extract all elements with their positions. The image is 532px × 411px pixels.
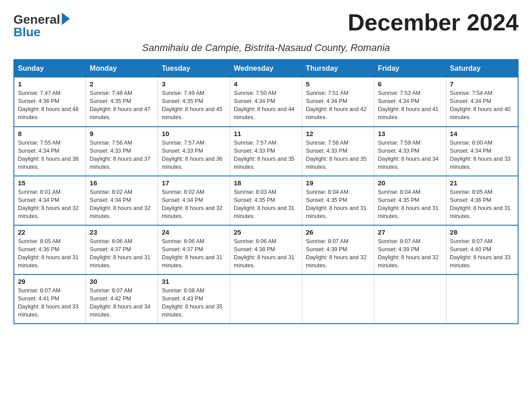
day-number: 29 xyxy=(18,278,82,285)
day-info: Sunrise: 8:06 AMSunset: 4:37 PMDaylight:… xyxy=(162,238,223,269)
day-number: 22 xyxy=(18,228,82,236)
day-number: 9 xyxy=(90,130,154,137)
day-info: Sunrise: 8:06 AMSunset: 4:38 PMDaylight:… xyxy=(234,238,295,269)
calendar-cell: 21 Sunrise: 8:05 AMSunset: 4:36 PMDaylig… xyxy=(446,176,518,225)
calendar-cell: 2 Sunrise: 7:48 AMSunset: 4:35 PMDayligh… xyxy=(86,77,158,127)
day-number: 20 xyxy=(378,179,442,187)
day-number: 3 xyxy=(162,80,226,88)
location-subtitle: Sanmihaiu de Campie, Bistrita-Nasaud Cou… xyxy=(13,42,519,54)
calendar-cell: 9 Sunrise: 7:56 AMSunset: 4:33 PMDayligh… xyxy=(86,127,158,176)
day-info: Sunrise: 8:08 AMSunset: 4:43 PMDaylight:… xyxy=(162,287,223,318)
day-info: Sunrise: 7:53 AMSunset: 4:34 PMDaylight:… xyxy=(378,90,439,120)
logo-arrow-icon xyxy=(62,13,70,25)
header-saturday: Saturday xyxy=(446,60,518,77)
week-row-2: 8 Sunrise: 7:55 AMSunset: 4:34 PMDayligh… xyxy=(14,127,518,176)
calendar-cell: 7 Sunrise: 7:54 AMSunset: 4:34 PMDayligh… xyxy=(446,77,518,127)
calendar-cell: 15 Sunrise: 8:01 AMSunset: 4:34 PMDaylig… xyxy=(14,176,86,225)
page-header: General Blue December 2024 xyxy=(13,9,519,39)
day-number: 30 xyxy=(90,278,154,285)
calendar-cell: 29 Sunrise: 8:07 AMSunset: 4:41 PMDaylig… xyxy=(14,274,86,324)
calendar-cell: 20 Sunrise: 8:04 AMSunset: 4:35 PMDaylig… xyxy=(374,176,446,225)
calendar-cell: 25 Sunrise: 8:06 AMSunset: 4:38 PMDaylig… xyxy=(230,225,302,274)
day-info: Sunrise: 7:58 AMSunset: 4:33 PMDaylight:… xyxy=(306,140,367,170)
calendar-table: SundayMondayTuesdayWednesdayThursdayFrid… xyxy=(13,59,519,324)
day-number: 5 xyxy=(306,80,370,88)
day-number: 4 xyxy=(234,80,298,88)
day-info: Sunrise: 7:51 AMSunset: 4:34 PMDaylight:… xyxy=(306,90,367,120)
calendar-cell: 14 Sunrise: 8:00 AMSunset: 4:34 PMDaylig… xyxy=(446,127,518,176)
day-number: 28 xyxy=(450,228,514,236)
header-tuesday: Tuesday xyxy=(158,60,230,77)
calendar-cell: 11 Sunrise: 7:57 AMSunset: 4:33 PMDaylig… xyxy=(230,127,302,176)
header-friday: Friday xyxy=(374,60,446,77)
calendar-cell: 28 Sunrise: 8:07 AMSunset: 4:40 PMDaylig… xyxy=(446,225,518,274)
calendar-cell: 24 Sunrise: 8:06 AMSunset: 4:37 PMDaylig… xyxy=(158,225,230,274)
calendar-cell: 5 Sunrise: 7:51 AMSunset: 4:34 PMDayligh… xyxy=(302,77,374,127)
day-info: Sunrise: 8:01 AMSunset: 4:34 PMDaylight:… xyxy=(18,189,79,219)
header-thursday: Thursday xyxy=(302,60,374,77)
day-info: Sunrise: 8:07 AMSunset: 4:40 PMDaylight:… xyxy=(450,238,511,269)
day-info: Sunrise: 8:07 AMSunset: 4:39 PMDaylight:… xyxy=(306,238,367,269)
calendar-cell: 10 Sunrise: 7:57 AMSunset: 4:33 PMDaylig… xyxy=(158,127,230,176)
day-number: 25 xyxy=(234,228,298,236)
calendar-cell: 30 Sunrise: 8:07 AMSunset: 4:42 PMDaylig… xyxy=(86,274,158,324)
calendar-cell: 31 Sunrise: 8:08 AMSunset: 4:43 PMDaylig… xyxy=(158,274,230,324)
day-number: 7 xyxy=(450,80,514,88)
calendar-cell: 27 Sunrise: 8:07 AMSunset: 4:39 PMDaylig… xyxy=(374,225,446,274)
calendar-cell: 8 Sunrise: 7:55 AMSunset: 4:34 PMDayligh… xyxy=(14,127,86,176)
calendar-cell: 4 Sunrise: 7:50 AMSunset: 4:34 PMDayligh… xyxy=(230,77,302,127)
calendar-cell: 1 Sunrise: 7:47 AMSunset: 4:36 PMDayligh… xyxy=(14,77,86,127)
calendar-cell: 16 Sunrise: 8:02 AMSunset: 4:34 PMDaylig… xyxy=(86,176,158,225)
day-info: Sunrise: 7:47 AMSunset: 4:36 PMDaylight:… xyxy=(18,90,79,120)
calendar-cell: 18 Sunrise: 8:03 AMSunset: 4:35 PMDaylig… xyxy=(230,176,302,225)
day-number: 21 xyxy=(450,179,514,187)
calendar-cell xyxy=(374,274,446,324)
day-number: 19 xyxy=(306,179,370,187)
week-row-3: 15 Sunrise: 8:01 AMSunset: 4:34 PMDaylig… xyxy=(14,176,518,225)
day-info: Sunrise: 7:48 AMSunset: 4:35 PMDaylight:… xyxy=(90,90,150,120)
calendar-cell xyxy=(446,274,518,324)
day-info: Sunrise: 7:54 AMSunset: 4:34 PMDaylight:… xyxy=(450,90,511,120)
day-info: Sunrise: 7:57 AMSunset: 4:33 PMDaylight:… xyxy=(234,140,295,170)
day-number: 2 xyxy=(90,80,154,88)
calendar-cell: 3 Sunrise: 7:49 AMSunset: 4:35 PMDayligh… xyxy=(158,77,230,127)
day-number: 31 xyxy=(162,278,226,285)
calendar-cell xyxy=(230,274,302,324)
day-info: Sunrise: 8:00 AMSunset: 4:34 PMDaylight:… xyxy=(450,140,511,170)
calendar-cell: 13 Sunrise: 7:59 AMSunset: 4:33 PMDaylig… xyxy=(374,127,446,176)
calendar-cell: 19 Sunrise: 8:04 AMSunset: 4:35 PMDaylig… xyxy=(302,176,374,225)
week-row-4: 22 Sunrise: 8:05 AMSunset: 4:36 PMDaylig… xyxy=(14,225,518,274)
day-info: Sunrise: 8:07 AMSunset: 4:42 PMDaylight:… xyxy=(90,287,150,318)
days-header-row: SundayMondayTuesdayWednesdayThursdayFrid… xyxy=(14,60,518,77)
day-number: 15 xyxy=(18,179,82,187)
day-info: Sunrise: 8:04 AMSunset: 4:35 PMDaylight:… xyxy=(378,189,439,219)
calendar-cell: 6 Sunrise: 7:53 AMSunset: 4:34 PMDayligh… xyxy=(374,77,446,127)
header-sunday: Sunday xyxy=(14,60,86,77)
calendar-cell: 23 Sunrise: 8:06 AMSunset: 4:37 PMDaylig… xyxy=(86,225,158,274)
day-number: 1 xyxy=(18,80,82,88)
day-number: 27 xyxy=(378,228,442,236)
day-number: 13 xyxy=(378,130,442,137)
month-title: December 2024 xyxy=(348,9,519,36)
week-row-1: 1 Sunrise: 7:47 AMSunset: 4:36 PMDayligh… xyxy=(14,77,518,127)
day-number: 16 xyxy=(90,179,154,187)
day-number: 6 xyxy=(378,80,442,88)
logo-blue: Blue xyxy=(13,26,41,39)
header-monday: Monday xyxy=(86,60,158,77)
day-info: Sunrise: 8:03 AMSunset: 4:35 PMDaylight:… xyxy=(234,189,295,219)
calendar-cell xyxy=(302,274,374,324)
day-info: Sunrise: 7:49 AMSunset: 4:35 PMDaylight:… xyxy=(162,90,223,120)
logo: General Blue xyxy=(13,13,70,39)
day-info: Sunrise: 8:07 AMSunset: 4:41 PMDaylight:… xyxy=(18,287,79,318)
day-number: 23 xyxy=(90,228,154,236)
day-number: 24 xyxy=(162,228,226,236)
day-info: Sunrise: 8:05 AMSunset: 4:36 PMDaylight:… xyxy=(450,189,511,219)
day-info: Sunrise: 8:04 AMSunset: 4:35 PMDaylight:… xyxy=(306,189,367,219)
day-info: Sunrise: 7:56 AMSunset: 4:33 PMDaylight:… xyxy=(90,140,150,170)
logo-general: General xyxy=(13,13,60,26)
day-number: 10 xyxy=(162,130,226,137)
day-number: 18 xyxy=(234,179,298,187)
day-info: Sunrise: 7:55 AMSunset: 4:34 PMDaylight:… xyxy=(18,140,79,170)
day-info: Sunrise: 8:02 AMSunset: 4:34 PMDaylight:… xyxy=(90,189,150,219)
calendar-cell: 17 Sunrise: 8:02 AMSunset: 4:34 PMDaylig… xyxy=(158,176,230,225)
